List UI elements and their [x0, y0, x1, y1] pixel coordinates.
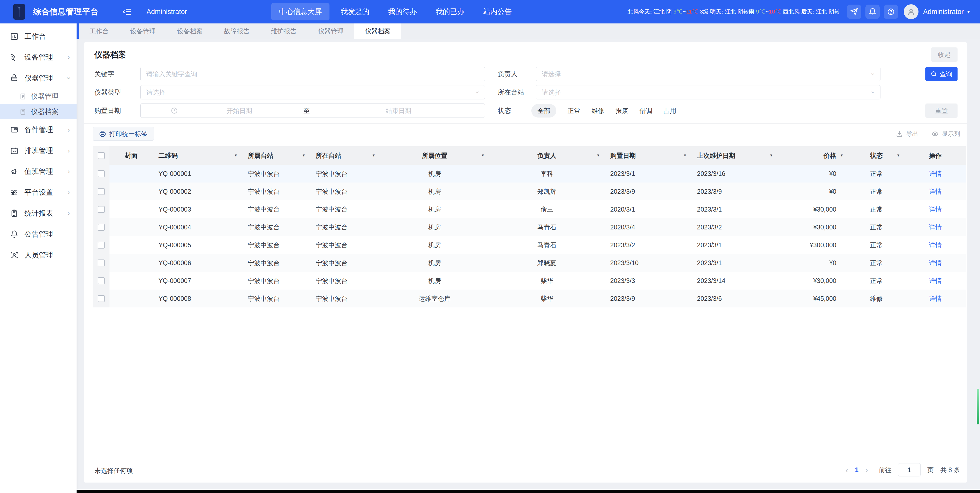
- select-all-checkbox[interactable]: [98, 152, 105, 159]
- row-checkbox[interactable]: [98, 277, 105, 284]
- column-header-owner[interactable]: 负责人▼: [489, 146, 605, 165]
- antenna-icon: [15, 5, 24, 18]
- owner-select[interactable]: 请选择 ›: [536, 67, 880, 81]
- column-header-maintDate[interactable]: 上次维护日期▼: [691, 146, 778, 165]
- status-option-占用[interactable]: 占用: [663, 106, 676, 115]
- collapse-filter-button[interactable]: 收起: [931, 48, 958, 62]
- detail-link[interactable]: 详情: [929, 205, 942, 214]
- detail-link[interactable]: 详情: [929, 277, 942, 285]
- detail-link[interactable]: 详情: [929, 187, 942, 196]
- notifications-button[interactable]: [865, 5, 880, 19]
- sidebar-subitem-instrument-mgmt-sub[interactable]: 仪器管理: [0, 89, 76, 104]
- filter-caret-icon[interactable]: ▼: [302, 154, 305, 157]
- sidebar-item-instrument-mgmt[interactable]: 仪器管理›: [0, 68, 76, 89]
- filter-caret-icon[interactable]: ▼: [840, 154, 843, 157]
- column-header-station[interactable]: 所属台站▼: [242, 146, 310, 165]
- reset-button[interactable]: 重置: [925, 103, 958, 118]
- detail-link[interactable]: 详情: [929, 170, 942, 178]
- tab-工作台[interactable]: 工作台: [79, 24, 119, 39]
- status-option-报废[interactable]: 报废: [616, 106, 628, 115]
- tab-设备管理[interactable]: 设备管理: [119, 24, 166, 39]
- row-checkbox[interactable]: [98, 170, 105, 177]
- tab-故障报告[interactable]: 故障报告: [213, 24, 260, 39]
- sidebar-item-duty-mgmt[interactable]: 值班管理›: [0, 161, 76, 182]
- sidebar-item-workbench[interactable]: 工作台: [0, 26, 76, 47]
- status-option-全部[interactable]: 全部: [531, 104, 556, 117]
- tab-仪器档案[interactable]: 仪器档案: [354, 24, 401, 39]
- cell-owner: 李科: [489, 165, 605, 182]
- status-option-维修[interactable]: 维修: [592, 106, 605, 115]
- column-header-location[interactable]: 所属位置▼: [380, 146, 489, 165]
- topnav-item-my-initiated[interactable]: 我发起的: [333, 3, 377, 21]
- export-button[interactable]: 导出: [896, 127, 918, 141]
- cell-status: 正常: [848, 236, 905, 254]
- chevron-down-icon[interactable]: ▾: [967, 9, 970, 15]
- topnav-item-my-done[interactable]: 我的已办: [428, 3, 472, 21]
- row-checkbox[interactable]: [98, 295, 105, 302]
- sidebar-item-personnel-mgmt[interactable]: 人员管理: [0, 245, 76, 266]
- detail-link[interactable]: 详情: [929, 223, 942, 231]
- search-button[interactable]: 查询: [925, 67, 958, 81]
- show-columns-button[interactable]: 显示列: [932, 127, 960, 141]
- cell-substation: 宁波中波台: [310, 236, 380, 254]
- sidebar-item-schedule-mgmt[interactable]: 排班管理›: [0, 140, 76, 161]
- sidebar-item-device-mgmt[interactable]: 设备管理›: [0, 47, 76, 68]
- keyword-input[interactable]: [141, 67, 485, 81]
- sidebar-item-stats-report[interactable]: 统计报表›: [0, 203, 76, 224]
- detail-link[interactable]: 详情: [929, 295, 942, 303]
- purchase-date-range[interactable]: 开始日期 至 结束日期: [140, 103, 485, 118]
- detail-link[interactable]: 详情: [929, 259, 942, 267]
- goto-page-input[interactable]: [898, 463, 921, 476]
- column-header-status[interactable]: 状态▼: [848, 146, 905, 165]
- detail-link[interactable]: 详情: [929, 241, 942, 249]
- tab-仪器管理[interactable]: 仪器管理: [307, 24, 354, 39]
- status-option-借调[interactable]: 借调: [640, 106, 652, 115]
- row-checkbox[interactable]: [98, 260, 105, 266]
- user-menu[interactable]: Administrator: [923, 8, 964, 16]
- topnav-item-center-screen[interactable]: 中心信息大屏: [271, 3, 329, 21]
- cell-location: 机房: [380, 182, 489, 200]
- status-option-正常[interactable]: 正常: [568, 106, 580, 115]
- topnav-item-site-announcement[interactable]: 站内公告: [476, 3, 519, 21]
- tab-维护报告[interactable]: 维护报告: [260, 24, 307, 39]
- sidebar-item-platform-settings[interactable]: 平台设置›: [0, 182, 76, 203]
- topnav-item-my-todo[interactable]: 我的待办: [380, 3, 425, 21]
- filter-caret-icon[interactable]: ▼: [597, 154, 600, 157]
- row-checkbox[interactable]: [98, 206, 105, 213]
- cell-select: [93, 236, 110, 254]
- filter-caret-icon[interactable]: ▼: [372, 154, 375, 157]
- cell-location: 机房: [380, 165, 489, 182]
- filter-caret-icon[interactable]: ▼: [234, 154, 238, 157]
- cell-price: ¥300,000: [778, 236, 848, 254]
- cell-substation: 宁波中波台: [310, 182, 380, 200]
- print-labels-button[interactable]: 打印统一标签: [93, 127, 154, 141]
- column-header-price[interactable]: 价格▼: [778, 146, 848, 165]
- next-page-button[interactable]: ›: [865, 466, 868, 474]
- instrument-type-select[interactable]: 请选择 ›: [140, 85, 485, 100]
- row-checkbox[interactable]: [98, 242, 105, 249]
- tab-设备档案[interactable]: 设备档案: [166, 24, 213, 39]
- column-header-purchaseDate[interactable]: 购置日期▼: [605, 146, 691, 165]
- filter-caret-icon[interactable]: ▼: [481, 154, 485, 157]
- column-header-substation[interactable]: 所在台站▼: [310, 146, 380, 165]
- page-number[interactable]: 1: [855, 466, 859, 474]
- prev-page-button[interactable]: ‹: [845, 466, 848, 474]
- avatar[interactable]: [904, 4, 918, 19]
- sidebar-subitem-instrument-archive[interactable]: 仪器档案: [0, 104, 76, 119]
- filter-caret-icon[interactable]: ▼: [770, 154, 773, 157]
- station-select[interactable]: 请选择 ›: [536, 85, 880, 100]
- menu-fold-icon[interactable]: [122, 6, 132, 17]
- filter-caret-icon[interactable]: ▼: [683, 154, 687, 157]
- help-button[interactable]: [884, 5, 898, 19]
- sidebar-item-announcement-mgmt[interactable]: 公告管理: [0, 224, 76, 245]
- table-row: YQ-000003宁波中波台宁波中波台机房俞三2020/3/12023/3/1¥…: [93, 200, 966, 218]
- scrollbar-thumb[interactable]: [977, 389, 979, 425]
- sidebar-item-spare-mgmt[interactable]: 备件管理›: [0, 119, 76, 140]
- filter-caret-icon[interactable]: ▼: [897, 154, 900, 157]
- row-checkbox[interactable]: [98, 188, 105, 195]
- send-button[interactable]: [847, 5, 861, 19]
- cell-location: 运维室仓库: [380, 290, 489, 308]
- row-checkbox[interactable]: [98, 224, 105, 231]
- clock-icon: [171, 107, 178, 114]
- column-header-qr[interactable]: 二维码▼: [153, 146, 242, 165]
